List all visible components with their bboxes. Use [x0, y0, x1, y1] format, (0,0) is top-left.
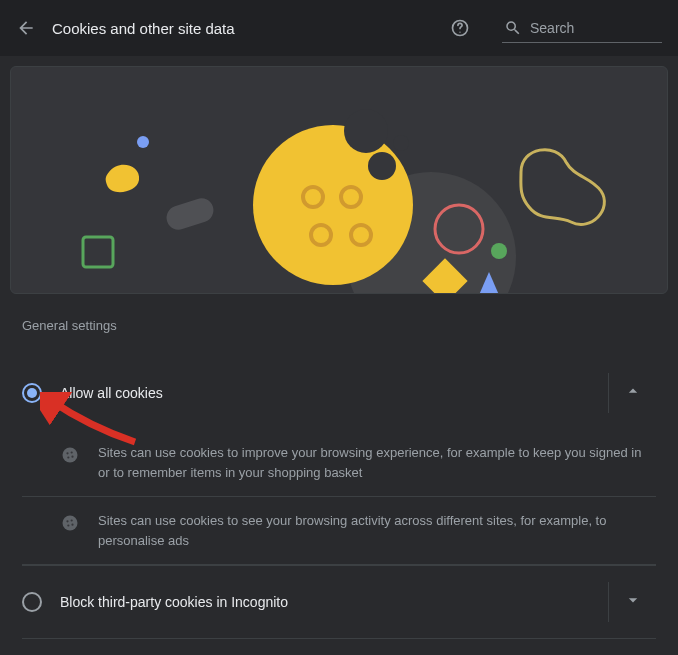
search-icon: [504, 18, 522, 38]
detail-text: Sites can use cookies to see your browsi…: [98, 511, 656, 550]
svg-point-12: [491, 243, 507, 259]
svg-point-27: [71, 524, 73, 526]
svg-point-18: [63, 448, 78, 463]
svg-point-21: [67, 456, 69, 458]
svg-point-3: [253, 125, 413, 285]
cookie-icon: [60, 445, 80, 465]
chevron-down-icon[interactable]: [623, 590, 643, 614]
search-input[interactable]: [530, 20, 660, 36]
svg-point-5: [368, 152, 396, 180]
chevron-up-icon[interactable]: [623, 381, 643, 405]
option-allow-all-cookies[interactable]: Allow all cookies: [22, 357, 656, 429]
page-title: Cookies and other site data: [52, 20, 434, 37]
svg-point-22: [71, 456, 73, 458]
radio-block-incognito[interactable]: [22, 592, 42, 612]
svg-point-20: [71, 451, 73, 453]
section-label: General settings: [22, 318, 656, 333]
svg-point-24: [66, 520, 68, 522]
option-label: Allow all cookies: [60, 385, 608, 401]
svg-rect-16: [83, 237, 113, 267]
svg-point-26: [67, 524, 69, 526]
back-icon[interactable]: [16, 18, 36, 38]
svg-point-6: [393, 135, 409, 151]
svg-point-4: [344, 109, 388, 153]
radio-allow-all[interactable]: [22, 383, 42, 403]
option-block-incognito[interactable]: Block third-party cookies in Incognito: [22, 566, 656, 638]
svg-rect-17: [163, 195, 216, 233]
option-label: Block third-party cookies in Incognito: [60, 594, 608, 610]
option-block-third-party[interactable]: Block third-party cookies: [22, 639, 656, 655]
svg-point-25: [71, 519, 73, 521]
svg-point-1: [459, 32, 460, 33]
svg-point-19: [66, 452, 68, 454]
cookie-icon: [60, 513, 80, 533]
hero-illustration: [10, 66, 668, 294]
svg-point-15: [137, 136, 149, 148]
detail-row: Sites can use cookies to improve your br…: [22, 429, 656, 497]
help-icon[interactable]: [450, 18, 470, 38]
detail-text: Sites can use cookies to improve your br…: [98, 443, 656, 482]
search-field[interactable]: [502, 14, 662, 43]
detail-row: Sites can use cookies to see your browsi…: [22, 497, 656, 565]
svg-point-23: [63, 516, 78, 531]
